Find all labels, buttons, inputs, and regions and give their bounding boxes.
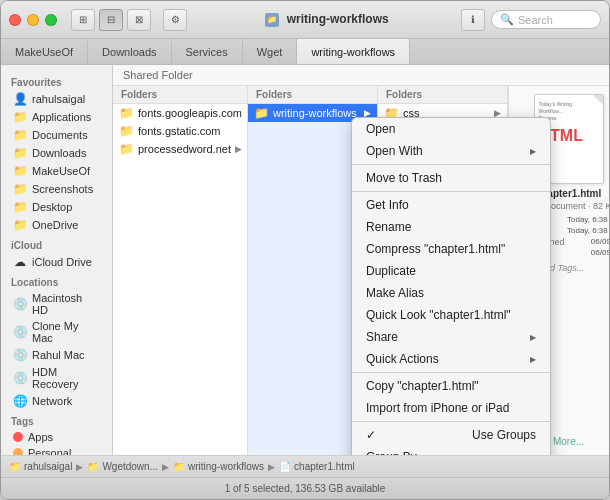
list-item[interactable]: 📁 processedword.net ▶	[113, 140, 247, 158]
meta-value: Today, 6:38 PM	[567, 215, 609, 225]
sidebar-item-rahulsaigal[interactable]: 👤 rahulsaigal	[3, 90, 110, 108]
ctx-sep4	[352, 421, 550, 422]
more-button[interactable]: More...	[553, 436, 584, 447]
ctx-info[interactable]: Get Info	[352, 194, 550, 216]
search-box[interactable]: 🔍 Search	[491, 10, 601, 29]
sidebar-item-downloads[interactable]: 📁 Downloads	[3, 144, 110, 162]
breadcrumb-sep1: ▶	[76, 462, 83, 472]
ctx-trash[interactable]: Move to Trash	[352, 167, 550, 189]
traffic-lights	[9, 14, 57, 26]
item-label: processedword.net	[138, 143, 231, 155]
finder-window: ⊞ ⊟ ⊠ ⚙ 📁 writing-workflows ℹ 🔍 Search M…	[0, 0, 610, 500]
breadcrumb-chapter1[interactable]: 📄 chapter1.html	[279, 461, 355, 472]
sidebar-tag-apps[interactable]: Apps	[3, 429, 110, 445]
hdd-icon: 💿	[13, 371, 27, 385]
sidebar-item-clone[interactable]: 💿 Clone My Mac	[3, 318, 110, 346]
sidebar-item-macintosh[interactable]: 💿 Macintosh HD	[3, 290, 110, 318]
folder-icon: 📁	[13, 164, 27, 178]
sidebar-locations-title: Locations	[1, 271, 112, 290]
ctx-open-with[interactable]: Open With	[352, 140, 550, 162]
chevron-right-icon: ▶	[235, 144, 242, 154]
ctx-group-by[interactable]: Group By	[352, 446, 550, 455]
sidebar-item-applications[interactable]: 📁 Applications	[3, 108, 110, 126]
sidebar-label: Downloads	[32, 147, 86, 159]
minimize-button[interactable]	[27, 14, 39, 26]
breadcrumb-label: rahulsaigal	[24, 461, 72, 472]
tab-services[interactable]: Services	[172, 39, 243, 64]
folder-icon: 📁	[13, 200, 27, 214]
ctx-rename[interactable]: Rename	[352, 216, 550, 238]
window-title: 📁 writing-workflows	[193, 12, 461, 27]
context-menu: Open Open With Move to Trash Get Info Re…	[351, 117, 551, 455]
search-icon: 🔍	[500, 13, 514, 26]
tabs-bar: MakeUseOf Downloads Services Wget writin…	[1, 39, 609, 65]
meta-value: Today, 6:38 PM	[567, 226, 609, 236]
info-icon[interactable]: ℹ	[461, 9, 485, 31]
breadcrumb-writing-workflows[interactable]: 📁 writing-workflows	[173, 461, 264, 472]
column3-header: Folders	[378, 86, 507, 104]
tab-wget[interactable]: Wget	[243, 39, 298, 64]
ctx-quicklook[interactable]: Quick Look "chapter1.html"	[352, 304, 550, 326]
ctx-alias[interactable]: Make Alias	[352, 282, 550, 304]
file-icon: 📄	[279, 461, 291, 472]
sidebar-tag-personal[interactable]: Personal	[3, 445, 110, 455]
item-label: fonts.googleapis.com	[138, 107, 242, 119]
hdd-icon: 💿	[13, 297, 27, 311]
status-bar: 1 of 5 selected, 136.53 GB available	[1, 477, 609, 499]
sidebar-label: Applications	[32, 111, 91, 123]
view-icon-columns[interactable]: ⊟	[99, 9, 123, 31]
sidebar-item-rahulmac[interactable]: 💿 Rahul Mac	[3, 346, 110, 364]
cloud-icon: ☁	[13, 255, 27, 269]
sidebar-item-icloud[interactable]: ☁ iCloud Drive	[3, 253, 110, 271]
sidebar-item-network[interactable]: 🌐 Network	[3, 392, 110, 410]
folder-icon: 📁	[9, 461, 21, 472]
tab-makeuseof[interactable]: MakeUseOf	[1, 39, 88, 64]
sidebar-icloud-title: iCloud	[1, 234, 112, 253]
sidebar-label: iCloud Drive	[32, 256, 92, 268]
status-text: 1 of 5 selected, 136.53 GB available	[225, 483, 386, 494]
sidebar-label: Apps	[28, 431, 53, 443]
main-content: Favourites 👤 rahulsaigal 📁 Applications …	[1, 65, 609, 455]
ctx-sep3	[352, 372, 550, 373]
close-button[interactable]	[9, 14, 21, 26]
view-icon-list[interactable]: ⊞	[71, 9, 95, 31]
ctx-import[interactable]: Import from iPhone or iPad	[352, 397, 550, 419]
list-item[interactable]: 📁 fonts.gstatic.com	[113, 122, 247, 140]
titlebar: ⊞ ⊟ ⊠ ⚙ 📁 writing-workflows ℹ 🔍 Search	[1, 1, 609, 39]
folder-icon: 📁	[119, 124, 134, 138]
sidebar-item-screenshots[interactable]: 📁 Screenshots	[3, 180, 110, 198]
breadcrumb-rahulsaigal[interactable]: 📁 rahulsaigal	[9, 461, 72, 472]
ctx-copy[interactable]: Copy "chapter1.html"	[352, 375, 550, 397]
breadcrumb-label: chapter1.html	[294, 461, 355, 472]
ctx-compress[interactable]: Compress "chapter1.html"	[352, 238, 550, 260]
ctx-use-groups[interactable]: ✓Use Groups	[352, 424, 550, 446]
ctx-quick-actions[interactable]: Quick Actions	[352, 348, 550, 370]
tab-writing-workflows[interactable]: writing-workflows	[297, 39, 410, 64]
ctx-share[interactable]: Share	[352, 326, 550, 348]
sidebar-tags-title: Tags	[1, 410, 112, 429]
tab-downloads[interactable]: Downloads	[88, 39, 171, 64]
ctx-open[interactable]: Open	[352, 118, 550, 140]
sidebar-item-hdmrecovery[interactable]: 💿 HDM Recovery	[3, 364, 110, 392]
network-icon: 🌐	[13, 394, 27, 408]
hdd-icon: 💿	[13, 348, 27, 362]
view-icon-gallery[interactable]: ⊠	[127, 9, 151, 31]
breadcrumb-wgetdown[interactable]: 📁 Wgetdown...	[87, 461, 158, 472]
sidebar-label: OneDrive	[32, 219, 78, 231]
sidebar-item-makeuseof[interactable]: 📁 MakeUseOf	[3, 162, 110, 180]
tag-dot-apps	[13, 432, 23, 442]
sidebar-item-onedrive[interactable]: 📁 OneDrive	[3, 216, 110, 234]
ctx-duplicate[interactable]: Duplicate	[352, 260, 550, 282]
breadcrumb-sep2: ▶	[162, 462, 169, 472]
sidebar-item-documents[interactable]: 📁 Documents	[3, 126, 110, 144]
sidebar-item-desktop[interactable]: 📁 Desktop	[3, 198, 110, 216]
list-item[interactable]: 📁 fonts.googleapis.com	[113, 104, 247, 122]
action-icon[interactable]: ⚙	[163, 9, 187, 31]
meta-value: 06/09/19	[591, 237, 609, 247]
sidebar-label: Desktop	[32, 201, 72, 213]
meta-value: 06/09/19	[591, 248, 609, 258]
ctx-sep1	[352, 164, 550, 165]
shared-folder-label: Shared Folder	[113, 65, 609, 86]
maximize-button[interactable]	[45, 14, 57, 26]
sidebar-label: Personal	[28, 447, 71, 455]
